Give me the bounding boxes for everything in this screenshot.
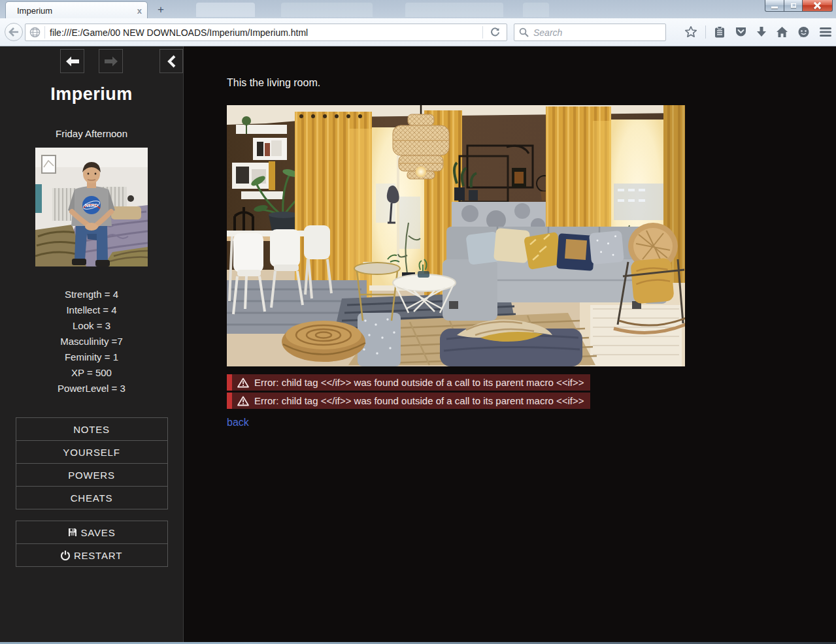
- saves-label: SAVES: [81, 527, 116, 538]
- menu-item-powers[interactable]: POWERS: [16, 463, 168, 487]
- menu-hamburger-icon: [819, 27, 832, 37]
- close-icon: [814, 2, 821, 9]
- save-disk-icon: [68, 528, 77, 537]
- forward-arrow-icon: [104, 56, 118, 67]
- history-back-button[interactable]: [60, 49, 84, 73]
- svg-text:NERD: NERD: [85, 203, 98, 208]
- browser-back-button[interactable]: [5, 23, 23, 41]
- bookmarks-icon: [714, 26, 726, 39]
- downloads-button[interactable]: [756, 26, 767, 38]
- living-room-image: [227, 105, 685, 366]
- warning-triangle-icon: [237, 378, 249, 388]
- home-button[interactable]: [776, 26, 788, 38]
- download-icon: [756, 26, 767, 38]
- toolbar-icons: [684, 23, 832, 41]
- restore-button[interactable]: [784, 0, 803, 12]
- bookmarks-menu-button[interactable]: [714, 26, 726, 39]
- browser-tab[interactable]: Imperium x: [5, 1, 148, 18]
- stats-panel: Strength = 4 Intellect = 4 Look = 3 Masc…: [0, 287, 183, 396]
- collapse-sidebar-button[interactable]: [159, 49, 183, 73]
- rattan-pouf: [282, 321, 365, 362]
- background-tab-ghost: [281, 3, 373, 17]
- warning-triangle-icon: [237, 396, 249, 406]
- stat-look: Look = 3: [0, 318, 183, 334]
- collapse-sidebar-icon: [167, 55, 176, 68]
- error-text: Error: child tag <</if>> was found outsi…: [254, 395, 584, 406]
- urlbar-divider: [482, 26, 483, 39]
- back-icon: [8, 27, 19, 37]
- close-button[interactable]: [803, 0, 833, 12]
- macro-error: Error: child tag <</if>> was found outsi…: [227, 393, 590, 409]
- saves-button[interactable]: SAVES: [16, 521, 168, 544]
- back-arrow-icon: [65, 56, 80, 67]
- tab-close-icon[interactable]: x: [137, 7, 142, 15]
- home-icon: [776, 26, 788, 38]
- game-datetime: Friday Afternoon: [0, 128, 183, 139]
- stat-strength: Strength = 4: [0, 287, 183, 302]
- globe-icon: [29, 27, 41, 38]
- reload-icon: [490, 27, 500, 37]
- search-box[interactable]: Search: [514, 24, 666, 41]
- url-bar[interactable]: file:///E:/Game/00 NEW DOWNLOADS/Imperiu…: [25, 24, 507, 41]
- minimize-button[interactable]: [765, 0, 784, 12]
- sidebar-menu: NOTES YOURSELF POWERS CHEATS: [16, 417, 168, 509]
- search-placeholder: Search: [533, 27, 562, 38]
- pocket-icon: [735, 26, 747, 38]
- browser-window: Imperium x + file:///E:/Game/00 NEW DOWN…: [0, 0, 836, 644]
- restore-icon: [791, 3, 796, 8]
- toolbar-divider: [705, 25, 706, 39]
- stat-powerlevel: PowerLevel = 3: [0, 381, 183, 396]
- nav-toolbar: file:///E:/Game/00 NEW DOWNLOADS/Imperiu…: [0, 18, 836, 46]
- stat-masculinity: Masculinity =7: [0, 334, 183, 349]
- background-tab-ghost: [405, 3, 503, 17]
- back-link[interactable]: back: [227, 417, 249, 428]
- reload-button[interactable]: [488, 27, 503, 37]
- error-text: Error: child tag <</if>> was found outsi…: [254, 377, 584, 388]
- menu-item-notes[interactable]: NOTES: [16, 417, 168, 441]
- sidebar: Imperium Friday Afternoon: [0, 46, 184, 642]
- urlbar-divider: [44, 26, 45, 39]
- power-icon: [61, 551, 70, 560]
- window-controls: [765, 0, 833, 12]
- stat-feminity: Feminity = 1: [0, 349, 183, 365]
- url-text[interactable]: file:///E:/Game/00 NEW DOWNLOADS/Imperiu…: [50, 27, 478, 38]
- menu-item-cheats[interactable]: CHEATS: [16, 486, 168, 509]
- error-list: Error: child tag <</if>> was found outsi…: [227, 374, 836, 411]
- background-tab-ghost: [196, 3, 255, 17]
- tab-title: Imperium: [17, 6, 137, 16]
- passage-area: This the living room.: [184, 46, 836, 642]
- open-menu-button[interactable]: [819, 27, 832, 37]
- menu-item-yourself[interactable]: YOURSELF: [16, 440, 168, 464]
- restart-label: RESTART: [74, 550, 122, 561]
- restart-button[interactable]: RESTART: [16, 543, 168, 567]
- pocket-button[interactable]: [735, 26, 747, 38]
- minimize-icon: [771, 7, 778, 8]
- sidebar-saves-menu: SAVES RESTART: [16, 521, 168, 567]
- history-forward-button[interactable]: [99, 49, 123, 73]
- search-icon: [519, 27, 529, 37]
- character-portrait: NERD: [35, 148, 148, 266]
- hello-button[interactable]: [797, 26, 810, 39]
- game-title: Imperium: [0, 84, 183, 105]
- star-icon: [684, 25, 697, 39]
- new-tab-button[interactable]: +: [152, 3, 169, 17]
- stat-xp: XP = 500: [0, 365, 183, 381]
- sidebar-history-nav: [0, 46, 183, 75]
- titlebar: Imperium x +: [0, 0, 836, 18]
- game-page: Imperium Friday Afternoon: [0, 46, 836, 642]
- stat-intellect: Intellect = 4: [0, 302, 183, 318]
- passage-text: This the living room.: [227, 77, 836, 89]
- hello-smiley-icon: [797, 26, 810, 39]
- bookmark-star-button[interactable]: [684, 25, 697, 39]
- macro-error: Error: child tag <</if>> was found outsi…: [227, 374, 590, 391]
- background-tab-ghost: [523, 3, 549, 17]
